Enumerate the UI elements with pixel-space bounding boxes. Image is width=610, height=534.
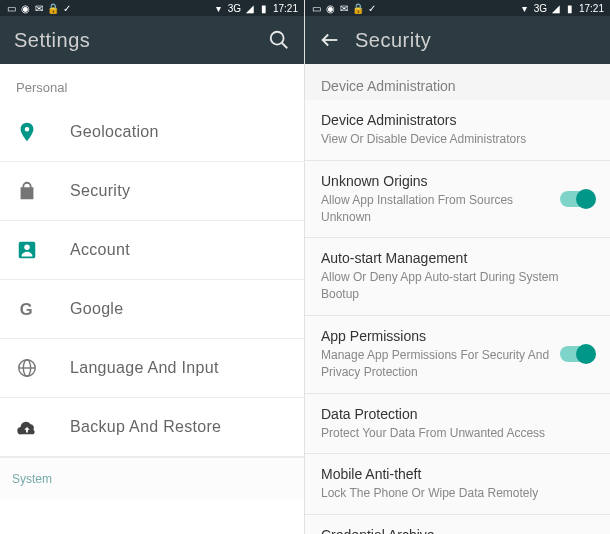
item-autostart[interactable]: Auto-start Management Allow Or Deny App … bbox=[305, 238, 610, 316]
search-icon[interactable] bbox=[268, 29, 290, 51]
item-subtitle: Lock The Phone Or Wipe Data Remotely bbox=[321, 485, 594, 502]
signal-icon: ◢ bbox=[551, 3, 561, 13]
security-app-bar: Security bbox=[305, 16, 610, 64]
item-title: App Permissions bbox=[321, 328, 550, 344]
item-title: Auto-start Management bbox=[321, 250, 594, 266]
list-item-label: Account bbox=[70, 241, 130, 259]
settings-panel: ▭ ◉ ✉ 🔒 ✓ ▾ 3G ◢ ▮ 17:21 Settings Person… bbox=[0, 0, 305, 534]
svg-line-1 bbox=[282, 43, 288, 49]
status-bar-right: ▭ ◉ ✉ 🔒 ✓ ▾ 3G ◢ ▮ 17:21 bbox=[305, 0, 610, 16]
item-data-protection[interactable]: Data Protection Protect Your Data From U… bbox=[305, 394, 610, 455]
status-notifications: ▭ ◉ ✉ 🔒 ✓ bbox=[311, 3, 377, 13]
settings-list: Personal Geolocation Security Account G bbox=[0, 64, 304, 534]
sidebar-item-language[interactable]: Language And Input bbox=[0, 339, 304, 398]
section-device-admin: Device Administration bbox=[305, 64, 610, 100]
status-system: ▾ 3G ◢ ▮ 17:21 bbox=[214, 3, 298, 14]
status-bar-left: ▭ ◉ ✉ 🔒 ✓ ▾ 3G ◢ ▮ 17:21 bbox=[0, 0, 304, 16]
sim-icon: ▭ bbox=[311, 3, 321, 13]
item-subtitle: Allow Or Deny App Auto-start During Syst… bbox=[321, 269, 594, 303]
svg-point-3 bbox=[24, 245, 30, 251]
item-subtitle: Manage App Permissions For Security And … bbox=[321, 347, 550, 381]
item-title: Mobile Anti-theft bbox=[321, 466, 594, 482]
clock-label: 17:21 bbox=[579, 3, 604, 14]
sms-icon: ✉ bbox=[34, 3, 44, 13]
battery-icon: ▮ bbox=[259, 3, 269, 13]
status-system: ▾ 3G ◢ ▮ 17:21 bbox=[520, 3, 604, 14]
sms-icon: ✉ bbox=[339, 3, 349, 13]
item-subtitle: Allow App Installation From Sources Unkn… bbox=[321, 192, 550, 226]
settings-title: Settings bbox=[14, 29, 254, 52]
item-title: Data Protection bbox=[321, 406, 594, 422]
back-icon[interactable] bbox=[319, 29, 341, 51]
item-subtitle: Protect Your Data From Unwanted Access bbox=[321, 425, 594, 442]
network-label: 3G bbox=[534, 3, 547, 14]
check-icon: ✓ bbox=[367, 3, 377, 13]
list-item-label: Language And Input bbox=[70, 359, 219, 377]
wifi-icon: ▾ bbox=[520, 3, 530, 13]
signal-icon: ◢ bbox=[245, 3, 255, 13]
security-list: Device Administration Device Administrat… bbox=[305, 64, 610, 534]
list-item-label: Google bbox=[70, 300, 123, 318]
section-personal: Personal bbox=[0, 64, 304, 103]
svg-text:G: G bbox=[20, 300, 33, 318]
cloud-upload-icon bbox=[16, 416, 38, 438]
sidebar-item-security[interactable]: Security bbox=[0, 162, 304, 221]
item-mobile-antitheft[interactable]: Mobile Anti-theft Lock The Phone Or Wipe… bbox=[305, 454, 610, 515]
item-credential-archive[interactable]: Credential Archive bbox=[305, 515, 610, 534]
sidebar-item-account[interactable]: Account bbox=[0, 221, 304, 280]
section-system: System bbox=[0, 457, 304, 500]
lock-icon bbox=[16, 180, 38, 202]
location-icon bbox=[16, 121, 38, 143]
list-item-label: Backup And Restore bbox=[70, 418, 221, 436]
security-title: Security bbox=[355, 29, 596, 52]
lock-icon: 🔒 bbox=[353, 3, 363, 13]
clock-label: 17:21 bbox=[273, 3, 298, 14]
network-label: 3G bbox=[228, 3, 241, 14]
lock-icon: 🔒 bbox=[48, 3, 58, 13]
item-title: Credential Archive bbox=[321, 527, 594, 534]
item-subtitle: View Or Disable Device Administrators bbox=[321, 131, 594, 148]
settings-app-bar: Settings bbox=[0, 16, 304, 64]
item-unknown-origins[interactable]: Unknown Origins Allow App Installation F… bbox=[305, 161, 610, 239]
battery-icon: ▮ bbox=[565, 3, 575, 13]
item-title: Unknown Origins bbox=[321, 173, 550, 189]
item-app-permissions[interactable]: App Permissions Manage App Permissions F… bbox=[305, 316, 610, 394]
sim-icon: ▭ bbox=[6, 3, 16, 13]
globe-icon bbox=[16, 357, 38, 379]
sidebar-item-backup[interactable]: Backup And Restore bbox=[0, 398, 304, 457]
whatsapp-icon: ◉ bbox=[20, 3, 30, 13]
whatsapp-icon: ◉ bbox=[325, 3, 335, 13]
google-icon: G bbox=[16, 298, 38, 320]
list-item-label: Geolocation bbox=[70, 123, 159, 141]
check-icon: ✓ bbox=[62, 3, 72, 13]
security-panel: ▭ ◉ ✉ 🔒 ✓ ▾ 3G ◢ ▮ 17:21 Security Device… bbox=[305, 0, 610, 534]
sidebar-item-geolocation[interactable]: Geolocation bbox=[0, 103, 304, 162]
toggle-app-permissions[interactable] bbox=[560, 346, 594, 362]
svg-point-0 bbox=[271, 32, 284, 45]
item-title: Device Administrators bbox=[321, 112, 594, 128]
sidebar-item-google[interactable]: G Google bbox=[0, 280, 304, 339]
item-device-administrators[interactable]: Device Administrators View Or Disable De… bbox=[305, 100, 610, 161]
wifi-icon: ▾ bbox=[214, 3, 224, 13]
account-icon bbox=[16, 239, 38, 261]
status-notifications: ▭ ◉ ✉ 🔒 ✓ bbox=[6, 3, 72, 13]
list-item-label: Security bbox=[70, 182, 130, 200]
toggle-unknown-origins[interactable] bbox=[560, 191, 594, 207]
